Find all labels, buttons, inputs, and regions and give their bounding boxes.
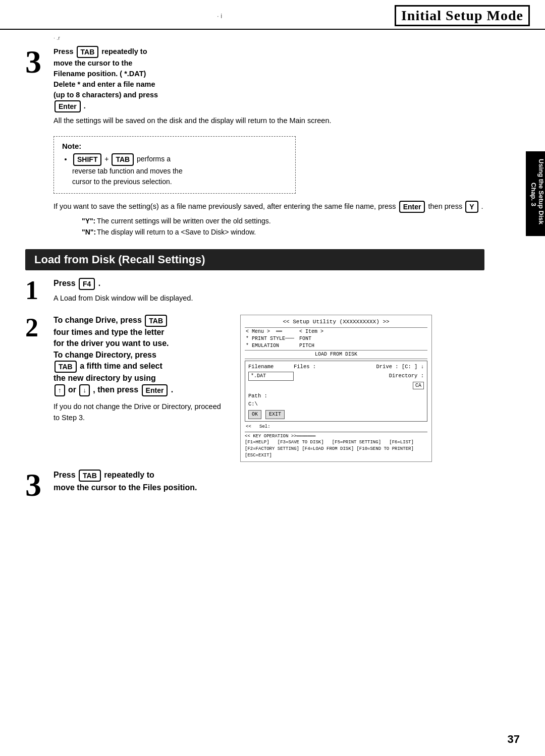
step3-bottom-number: 3 <box>25 469 45 501</box>
step3-top-block: 3 Press TAB repeatedly to move the curso… <box>25 46 484 240</box>
terminal-directory-value: CA <box>413 382 424 389</box>
terminal-path-value: C:\ <box>248 400 258 408</box>
section-header: Load from Disk (Recall Settings) <box>25 249 484 270</box>
terminal-filename-value-row: *.DAT Directory : <box>248 372 424 381</box>
step1-number: 1 <box>25 277 45 304</box>
step2-left: 2 To change Drive, press TAB four times … <box>25 315 225 424</box>
terminal-select-row: << Sel: <box>245 423 427 431</box>
terminal-key-op: << KEY OPERATION >>═══════ [F1=HELP] [F3… <box>245 432 427 458</box>
step2-text: To change Drive, press TAB four times an… <box>53 315 225 424</box>
shift-key-badge: SHIFT <box>73 153 101 165</box>
tab-key-step2: TAB <box>145 315 167 327</box>
step3-top-content: Press TAB repeatedly to move the cursor … <box>53 46 484 240</box>
step2-body: If you do not change the Drive or Direct… <box>53 401 225 424</box>
enter-key-badge2: Enter <box>399 201 425 213</box>
note-item: SHIFT + TAB performs a reverse tab funct… <box>72 153 287 187</box>
yn-list: "Y": The current settings will be writte… <box>82 217 484 236</box>
dot-label: · i <box>217 12 222 20</box>
terminal-directory-row: CA <box>248 382 424 389</box>
step1-heading: Press F4 . <box>53 277 484 290</box>
note-list: SHIFT + TAB performs a reverse tab funct… <box>72 153 287 187</box>
step1-block: 1 Press F4 . A Load from Disk window wil… <box>25 277 484 307</box>
terminal-menu-bar: < Menu > ══ * PRINT STYLE─── * EMULATION… <box>245 327 427 351</box>
terminal-body: Filename Files : Drive : [C: ] ↓ *.DAT D… <box>245 361 427 422</box>
tab-key-badge2: TAB <box>112 153 134 165</box>
terminal-buttons: OK EXIT <box>248 410 424 419</box>
main-content: · .r 3 Press TAB repeatedly to move the … <box>0 30 515 519</box>
terminal-menu-left: < Menu > ══ * PRINT STYLE─── * EMULATION <box>246 328 294 350</box>
chap-label: Chap. 3 <box>530 183 537 207</box>
enter-key-badge: Enter <box>54 100 81 112</box>
tab-text: Using the Setup Disk <box>537 159 545 224</box>
step3-top-sub: All the settings will be saved on the di… <box>53 115 484 126</box>
step2-number: 2 <box>25 315 45 341</box>
terminal-exit-btn[interactable]: EXIT <box>265 410 285 419</box>
dot-marker: · .r <box>53 35 484 41</box>
terminal-ok-btn[interactable]: OK <box>248 410 261 419</box>
terminal-path-value-row: C:\ <box>248 400 424 408</box>
terminal-path-label: Path : <box>248 392 267 400</box>
right-tab: Chap. 3 Using the Setup Disk <box>526 151 545 236</box>
step2-layout: 2 To change Drive, press TAB four times … <box>25 315 484 462</box>
terminal-diagram: << Setup Utility (XXXXXXXXXX) >> < Menu … <box>240 315 432 462</box>
step2-heading: To change Drive, press TAB four times an… <box>53 315 225 396</box>
note-title: Note: <box>62 142 287 150</box>
yn-n-item: "N": The display will return to a <Save … <box>82 228 484 236</box>
yn-y-text: The current settings will be written ove… <box>97 217 271 225</box>
terminal-load-disk-label: LOAD FROM DISK <box>245 351 427 359</box>
terminal-title: << Setup Utility (XXXXXXXXXX) >> <box>245 318 427 326</box>
step3-bottom-block: 3 Press TAB repeatedly to move the curso… <box>25 469 484 501</box>
step3-body-text: If you want to save the setting(s) as a … <box>53 201 484 213</box>
terminal-drive-label: Drive : [C: ] ↓ <box>376 363 424 371</box>
yn-y-label: "Y": <box>82 217 97 225</box>
step1-sub: A Load from Disk window will be displaye… <box>53 293 484 304</box>
page-footer: 37 <box>508 733 520 746</box>
terminal-menu-right: < Item > FONT PITCH <box>299 328 330 350</box>
terminal-dir-input: CA <box>413 382 424 389</box>
step3-bottom-content: Press TAB repeatedly to move the cursor … <box>53 469 484 496</box>
tab-key-step3: TAB <box>79 470 101 482</box>
yn-n-text: The display will return to a <Save to Di… <box>97 228 256 236</box>
terminal-filename-input: *.DAT <box>248 372 294 381</box>
step3-top-heading: Press TAB repeatedly to move the cursor … <box>53 46 484 112</box>
yn-n-label: "N": <box>82 228 97 236</box>
step3-top-number: 3 <box>25 46 45 78</box>
page-title: Initial Setup Mode <box>395 5 530 26</box>
enter-key-step2: Enter <box>142 384 168 396</box>
note-box: Note: SHIFT + TAB performs a reverse tab… <box>53 136 296 193</box>
y-key-badge: Y <box>465 201 478 213</box>
page-header: · i Initial Setup Mode <box>0 0 545 30</box>
terminal-files-label: Files : <box>294 363 316 371</box>
yn-y-item: "Y": The current settings will be writte… <box>82 217 484 225</box>
terminal-directory-label: Directory : <box>389 372 424 380</box>
step1-content: Press F4 . A Load from Disk window will … <box>53 277 484 307</box>
tab-key-step2b: TAB <box>54 361 77 373</box>
f4-key-badge: F4 <box>79 278 95 290</box>
up-arrow-key: ↑ <box>54 384 65 396</box>
terminal-path-row: Path : <box>248 392 424 400</box>
tab-key-badge: TAB <box>77 46 99 58</box>
terminal-filename-label: Filename <box>248 363 284 371</box>
step3-bottom-heading: Press TAB repeatedly to move the cursor … <box>53 469 484 493</box>
down-arrow-key: ↓ <box>79 384 90 396</box>
terminal-filename-row: Filename Files : Drive : [C: ] ↓ <box>248 363 424 371</box>
page-number: 37 <box>508 733 520 745</box>
